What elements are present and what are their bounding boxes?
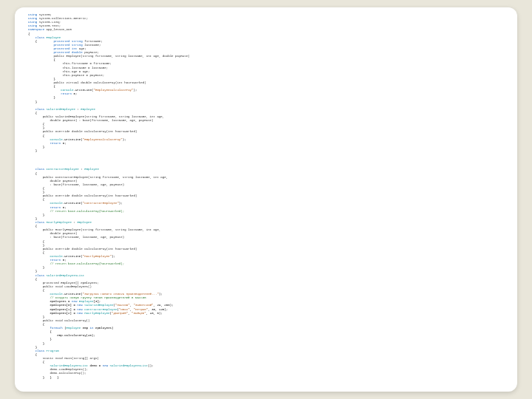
code-block: using System; using System.Collections.G… <box>15 7 517 386</box>
slide-card: using System; using System.Collections.G… <box>15 7 517 392</box>
